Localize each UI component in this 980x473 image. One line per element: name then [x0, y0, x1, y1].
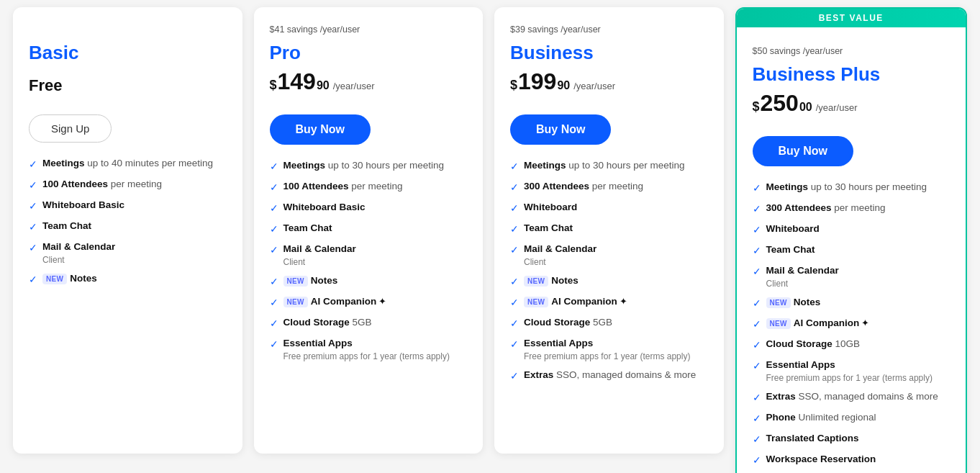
feature-sub: Free premium apps for 1 year (terms appl… [283, 351, 450, 362]
price-super: 00 [799, 101, 812, 114]
feature-item: ✓ NEWAI Companion✦ [510, 295, 708, 310]
check-icon: ✓ [270, 181, 278, 194]
new-badge: NEW [766, 318, 791, 330]
check-icon: ✓ [753, 391, 761, 405]
plan-price: Free [29, 68, 227, 103]
price-dollar: $ [753, 99, 760, 114]
feature-light: Unlimited regional [796, 412, 876, 423]
new-badge: NEW [524, 297, 548, 308]
savings-label [29, 24, 227, 37]
check-icon: ✓ [510, 296, 519, 310]
feature-bold: Whiteboard Basic [42, 199, 124, 210]
feature-text: 300 Attendees per meeting [524, 180, 643, 193]
feature-bold: Mail & Calendar [524, 243, 596, 254]
feature-bold: Cloud Storage [524, 317, 590, 328]
check-icon: ✓ [29, 220, 37, 234]
feature-list: ✓ Meetings up to 30 hours per meeting ✓ … [510, 159, 708, 383]
feature-light: 10GB [832, 338, 860, 349]
feature-text: Team Chat [766, 243, 815, 256]
feature-text-wrap: Cloud Storage 5GB [524, 316, 612, 329]
feature-text-wrap: Meetings up to 30 hours per meeting [766, 181, 927, 194]
feature-bold: Meetings [283, 160, 326, 171]
price-dollar: $ [510, 78, 517, 93]
feature-text: Team Chat [283, 222, 332, 235]
check-icon: ✓ [270, 243, 278, 257]
plan-card-basic: BasicFreeSign Up ✓ Meetings up to 40 min… [13, 7, 242, 454]
feature-item: ✓ Team Chat [270, 222, 468, 236]
feature-bold: Meetings [766, 181, 809, 192]
check-icon: ✓ [510, 181, 519, 194]
feature-item: ✓ Essential AppsFree premium apps for 1 … [270, 337, 468, 362]
check-icon: ✓ [510, 338, 519, 351]
feature-text: Essential Apps [766, 359, 933, 371]
feature-bold: Translated Captions [766, 433, 859, 443]
feature-text: NEWAI Companion✦ [766, 317, 870, 330]
plan-card-business: $39 savings /year/userBusiness $ 199 90 … [494, 7, 724, 454]
feature-text-wrap: Cloud Storage 10GB [766, 338, 861, 351]
check-icon: ✓ [29, 241, 37, 255]
feature-bold: Meetings [42, 158, 85, 168]
feature-text: Cloud Storage 5GB [524, 316, 612, 329]
feature-text-wrap: Mail & CalendarClient [524, 243, 596, 268]
buy-button[interactable]: Buy Now [510, 114, 611, 145]
feature-text-wrap: Translated Captions [766, 432, 859, 445]
feature-item: ✓ Cloud Storage 10GB [753, 338, 950, 352]
feature-text-wrap: Whiteboard Basic [283, 201, 366, 214]
feature-text-wrap: Phone Unlimited regional [766, 411, 876, 424]
plan-price: $ 250 00 /year/user [753, 90, 950, 125]
feature-text-wrap: Mail & CalendarClient [766, 264, 839, 289]
feature-light: per meeting [832, 202, 886, 213]
feature-item: ✓ Phone Unlimited regional [753, 411, 950, 425]
feature-text: Phone Unlimited regional [766, 411, 876, 424]
feature-text: 100 Attendees per meeting [283, 180, 403, 193]
feature-item: ✓ Mail & CalendarClient [510, 243, 708, 268]
check-icon: ✓ [270, 338, 278, 351]
price-period: /year/user [333, 81, 375, 91]
feature-bold: Notes [794, 297, 821, 307]
feature-text-wrap: Meetings up to 30 hours per meeting [283, 159, 445, 172]
feature-bold: Notes [551, 275, 579, 286]
plan-price: $ 149 90 /year/user [270, 68, 468, 103]
feature-item: ✓ 300 Attendees per meeting [510, 180, 708, 194]
feature-text: 100 Attendees per meeting [42, 178, 162, 191]
plan-card-pro: $41 savings /year/userPro $ 149 90 /year… [254, 7, 484, 454]
feature-list: ✓ Meetings up to 30 hours per meeting ✓ … [270, 159, 468, 362]
check-icon: ✓ [753, 297, 761, 310]
feature-item: ✓ Mail & CalendarClient [29, 240, 227, 266]
price-main: 149 [278, 68, 316, 95]
feature-item: ✓ NEWNotes [510, 274, 708, 289]
best-value-banner: BEST VALUE [737, 9, 966, 27]
new-badge: NEW [766, 297, 791, 309]
feature-item: ✓ Meetings up to 30 hours per meeting [270, 159, 468, 174]
signup-button[interactable]: Sign Up [29, 114, 112, 143]
feature-bold: Essential Apps [766, 359, 835, 370]
feature-text: Meetings up to 30 hours per meeting [766, 181, 927, 194]
feature-item: ✓ Translated Captions [753, 432, 950, 446]
price-dollar: $ [270, 78, 277, 93]
check-icon: ✓ [29, 158, 37, 171]
feature-item: ✓ Meetings up to 30 hours per meeting [753, 181, 950, 195]
price-period: /year/user [573, 81, 615, 91]
feature-item: ✓ Whiteboard [753, 222, 950, 237]
feature-text-wrap: Whiteboard [524, 201, 577, 214]
feature-item: ✓ Whiteboard Basic [270, 201, 468, 215]
feature-text: Meetings up to 30 hours per meeting [524, 159, 685, 172]
feature-sub: Client [42, 254, 115, 266]
buy-button[interactable]: Buy Now [753, 136, 853, 166]
buy-button[interactable]: Buy Now [270, 114, 371, 145]
check-icon: ✓ [270, 202, 278, 215]
feature-text-wrap: Team Chat [524, 222, 573, 235]
feature-item: ✓ 300 Attendees per meeting [753, 202, 950, 216]
check-icon: ✓ [270, 222, 278, 236]
check-icon: ✓ [753, 433, 761, 446]
sparkle-icon: ✦ [620, 296, 627, 307]
feature-item: ✓ 100 Attendees per meeting [270, 180, 468, 194]
feature-item: ✓ NEWAI Companion✦ [753, 317, 950, 331]
feature-text-wrap: Extras SSO, managed domains & more [524, 369, 696, 382]
feature-bold: Workspace Reservation [766, 454, 876, 464]
feature-bold: Phone [766, 412, 796, 423]
feature-light: 5GB [350, 317, 372, 328]
feature-bold: 100 Attendees [42, 179, 108, 189]
feature-bold: Whiteboard Basic [283, 202, 366, 212]
price-main: 250 [761, 90, 799, 117]
